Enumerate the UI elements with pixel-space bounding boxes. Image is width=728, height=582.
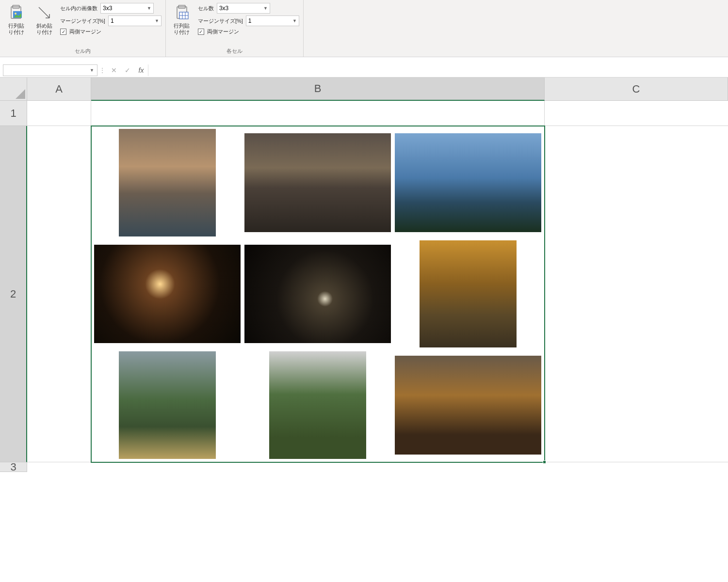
pasted-image-1[interactable] (119, 129, 215, 236)
cell-a2[interactable] (27, 126, 91, 462)
pasted-image-9[interactable] (395, 356, 541, 455)
chevron-down-icon: ▼ (292, 18, 297, 23)
cell-a1[interactable] (27, 101, 91, 126)
cell-c2[interactable] (545, 126, 728, 462)
chevron-down-icon: ▼ (155, 18, 159, 23)
ribbon: 行列貼り付け 斜め貼り付け セル内の画像数 3x3 ▼ (0, 0, 728, 57)
row-headers: 1 2 3 (0, 101, 27, 472)
button-label: 斜め貼り付け (36, 23, 52, 35)
pasted-image-6[interactable] (420, 240, 516, 348)
column-header-a[interactable]: A (27, 78, 91, 101)
margin-size-combo-2[interactable]: 1 ▼ (246, 16, 299, 26)
both-margin-label-2: 両側マージン (207, 28, 239, 35)
cell-b1[interactable] (91, 101, 545, 126)
column-headers: A B C (0, 78, 728, 101)
pasted-image-5[interactable] (244, 245, 391, 344)
select-all-corner[interactable] (0, 78, 27, 101)
formula-input[interactable] (148, 64, 728, 76)
diagonal-arrow-icon (35, 4, 53, 21)
ribbon-group-cell-inner: 行列貼り付け 斜め貼り付け セル内の画像数 3x3 ▼ (0, 0, 166, 57)
cell-count-combo[interactable]: 3x3 ▼ (217, 3, 270, 14)
both-margin-checkbox-2[interactable]: ✓ (198, 29, 204, 35)
clipboard-image-icon (7, 4, 25, 21)
image-grid-3x3 (91, 126, 544, 462)
name-box[interactable]: ▼ (3, 64, 97, 76)
pasted-image-2[interactable] (244, 133, 391, 232)
svg-point-3 (15, 13, 16, 15)
chevron-down-icon: ▼ (263, 6, 268, 11)
column-header-c[interactable]: C (545, 78, 728, 101)
row-header-3[interactable]: 3 (0, 462, 27, 472)
paste-grid-cells-button[interactable]: 行列貼り付け (170, 2, 194, 37)
row-header-1[interactable]: 1 (0, 101, 27, 126)
pasted-image-8[interactable] (269, 351, 366, 459)
image-count-combo[interactable]: 3x3 ▼ (100, 3, 154, 14)
margin-size-combo[interactable]: 1 ▼ (108, 16, 162, 26)
cell-c1[interactable] (545, 101, 728, 126)
image-count-label: セル内の画像数 (60, 5, 97, 12)
ribbon-group-each-cell: 行列貼り付け セル数 3x3 ▼ マージンサイズ[%] 1 ▼ (166, 0, 304, 57)
cancel-button[interactable]: ✕ (107, 66, 121, 74)
margin-size-label: マージンサイズ[%] (60, 17, 105, 25)
paste-grid-button[interactable]: 行列貼り付け (4, 2, 28, 37)
enter-button[interactable]: ✓ (121, 66, 134, 74)
insert-function-button[interactable]: fx (134, 66, 148, 74)
both-margin-label: 両側マージン (69, 28, 101, 35)
selection-fill-handle[interactable] (543, 460, 546, 464)
paste-diagonal-button[interactable]: 斜め貼り付け (32, 2, 56, 37)
both-margin-checkbox[interactable]: ✓ (60, 29, 66, 35)
button-label: 行列貼り付け (174, 23, 190, 35)
margin-size-label-2: マージンサイズ[%] (198, 17, 243, 25)
group-label: セル内 (4, 47, 162, 56)
row-header-2[interactable]: 2 (0, 126, 27, 462)
svg-line-4 (39, 7, 49, 18)
chevron-down-icon: ▼ (147, 6, 151, 11)
button-label: 行列貼り付け (8, 23, 24, 35)
group-label: 各セル (170, 47, 299, 56)
chevron-down-icon: ▼ (90, 68, 94, 73)
cell-b2-selected[interactable] (91, 126, 545, 462)
cell-area[interactable] (27, 101, 728, 472)
pasted-image-4[interactable] (94, 245, 241, 344)
column-header-b[interactable]: B (91, 78, 545, 101)
worksheet: A B C 1 2 3 (0, 78, 728, 472)
clipboard-grid-icon (173, 4, 191, 21)
formula-bar: ▼ ⋮ ✕ ✓ fx (0, 63, 728, 78)
pasted-image-7[interactable] (119, 351, 215, 459)
cell-count-label: セル数 (198, 5, 214, 12)
separator: ⋮ (97, 66, 107, 74)
pasted-image-3[interactable] (395, 133, 541, 232)
